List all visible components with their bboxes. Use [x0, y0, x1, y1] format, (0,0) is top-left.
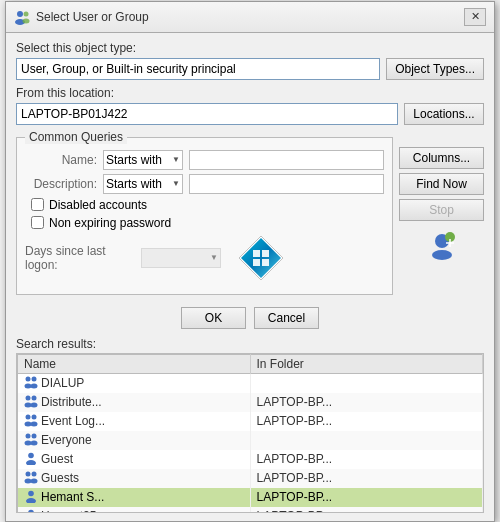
svg-point-22	[32, 414, 37, 419]
table-row[interactable]: DIALUP	[18, 373, 483, 393]
select-user-dialog: Select User or Group ✕ Select this objec…	[5, 1, 495, 522]
col-name-header[interactable]: Name	[18, 354, 251, 373]
svg-point-14	[32, 376, 37, 381]
svg-point-31	[26, 471, 31, 476]
ok-button[interactable]: OK	[181, 307, 246, 329]
cell-folder: LAPTOP-BP...	[250, 507, 483, 513]
location-label: From this location:	[16, 86, 484, 100]
svg-marker-5	[241, 238, 281, 278]
name-text-input[interactable]	[189, 150, 384, 170]
cancel-button[interactable]: Cancel	[254, 307, 319, 329]
description-dropdown[interactable]: Starts with ▼	[103, 174, 183, 194]
title-text: Select User or Group	[36, 10, 149, 24]
non-expiring-label: Non expiring password	[49, 216, 171, 230]
windows-logo-area	[237, 234, 285, 282]
non-expiring-checkbox[interactable]	[31, 216, 44, 229]
description-row: Description: Starts with ▼	[25, 174, 384, 194]
find-now-button[interactable]: Find Now	[399, 173, 484, 195]
group-icon	[24, 432, 38, 449]
cell-folder: LAPTOP-BP...	[250, 412, 483, 431]
svg-point-15	[25, 383, 32, 388]
results-body: DIALUP Distribute... LAPTOP-BP... Event …	[18, 373, 483, 513]
user-icon	[24, 451, 38, 468]
disabled-accounts-label: Disabled accounts	[49, 198, 147, 212]
description-text-input[interactable]	[189, 174, 384, 194]
table-row[interactable]: Distribute... LAPTOP-BP...	[18, 393, 483, 412]
stop-button[interactable]: Stop	[399, 199, 484, 221]
cell-name: Guest	[18, 450, 251, 469]
svg-point-37	[28, 509, 34, 512]
user-icon	[24, 489, 38, 506]
columns-button[interactable]: Columns...	[399, 147, 484, 169]
svg-rect-6	[253, 250, 260, 257]
group-icon	[24, 413, 38, 430]
description-label: Description:	[25, 177, 97, 191]
svg-point-3	[23, 18, 30, 23]
close-button[interactable]: ✕	[464, 8, 486, 26]
dialog-icon	[14, 9, 30, 25]
row-name: DIALUP	[41, 376, 84, 390]
svg-point-11	[432, 250, 452, 260]
svg-point-32	[32, 471, 37, 476]
col-folder-header[interactable]: In Folder	[250, 354, 483, 373]
object-type-label: Select this object type:	[16, 41, 484, 55]
table-header: Name In Folder	[18, 354, 483, 373]
svg-point-18	[32, 395, 37, 400]
table-row[interactable]: Hemant25... LAPTOP-BP...	[18, 507, 483, 513]
location-input[interactable]	[16, 103, 398, 125]
table-row[interactable]: Guest LAPTOP-BP...	[18, 450, 483, 469]
location-row: Locations...	[16, 103, 484, 125]
cell-folder: LAPTOP-BP...	[250, 469, 483, 488]
svg-point-25	[26, 433, 31, 438]
group-icon	[24, 470, 38, 487]
svg-point-29	[28, 452, 34, 458]
common-queries-legend: Common Queries	[25, 130, 127, 144]
disabled-accounts-checkbox[interactable]	[31, 198, 44, 211]
days-dropdown: ▼	[141, 248, 221, 268]
queries-section: Common Queries Name: Starts with ▼ Descr…	[16, 131, 484, 301]
wizard-icon	[426, 229, 458, 261]
svg-rect-7	[262, 250, 269, 257]
wizard-icon-area	[399, 229, 484, 261]
ok-cancel-row: OK Cancel	[16, 301, 484, 333]
svg-point-28	[31, 440, 38, 445]
name-dropdown[interactable]: Starts with ▼	[103, 150, 183, 170]
svg-rect-9	[262, 259, 269, 266]
name-dropdown-text: Starts with	[106, 153, 162, 167]
cell-name: Event Log...	[18, 412, 251, 431]
svg-point-21	[26, 414, 31, 419]
object-types-button[interactable]: Object Types...	[386, 58, 484, 80]
windows-diamond-icon	[238, 235, 284, 281]
svg-rect-8	[253, 259, 260, 266]
svg-point-17	[26, 395, 31, 400]
name-label: Name:	[25, 153, 97, 167]
name-row: Name: Starts with ▼	[25, 150, 384, 170]
cell-name: Hemant25...	[18, 507, 251, 513]
desc-dropdown-text: Starts with	[106, 177, 162, 191]
table-row[interactable]: Guests LAPTOP-BP...	[18, 469, 483, 488]
table-row[interactable]: Everyone	[18, 431, 483, 450]
svg-point-30	[26, 460, 36, 465]
row-name: Event Log...	[41, 414, 105, 428]
title-bar-controls: ✕	[464, 8, 486, 26]
svg-point-0	[17, 11, 23, 17]
name-dropdown-arrow: ▼	[172, 155, 180, 164]
object-type-input[interactable]	[16, 58, 380, 80]
title-bar: Select User or Group ✕	[6, 2, 494, 33]
svg-point-16	[31, 383, 38, 388]
group-icon	[24, 375, 38, 392]
svg-point-36	[26, 498, 36, 503]
days-since-row: Days since last logon: ▼	[25, 234, 384, 282]
row-name: Hemant S...	[41, 490, 104, 504]
cell-folder: LAPTOP-BP...	[250, 393, 483, 412]
svg-point-27	[25, 440, 32, 445]
svg-point-19	[25, 402, 32, 407]
svg-point-35	[28, 490, 34, 496]
locations-button[interactable]: Locations...	[404, 103, 484, 125]
table-row[interactable]: Event Log... LAPTOP-BP...	[18, 412, 483, 431]
object-type-row: Object Types...	[16, 58, 484, 80]
days-since-label: Days since last logon:	[25, 244, 135, 272]
table-row[interactable]: Hemant S... LAPTOP-BP...	[18, 488, 483, 507]
results-table-wrapper[interactable]: Name In Folder DIALUP Distribute...	[16, 353, 484, 513]
cell-name: Distribute...	[18, 393, 251, 412]
